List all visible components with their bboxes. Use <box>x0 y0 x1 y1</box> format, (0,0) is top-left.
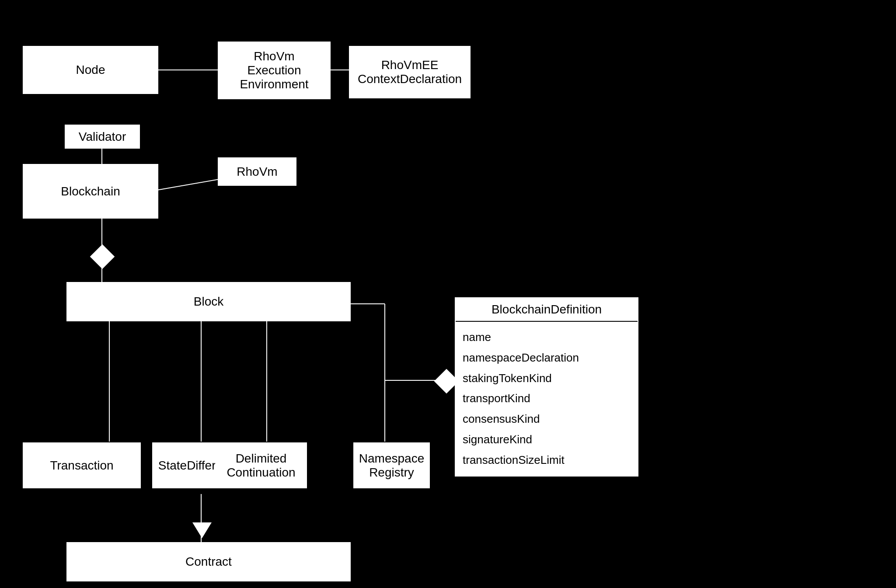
rhovm-ee-label: RhoVm Execution Environment <box>240 49 308 91</box>
transaction-box: Transaction <box>23 442 141 488</box>
field-transport-kind: transportKind <box>463 388 631 409</box>
namespace-registry-label: Namespace Registry <box>359 452 424 480</box>
field-transaction-size-limit: transactionSizeLimit <box>463 450 631 470</box>
validator-box: Validator <box>65 125 140 149</box>
field-namespace-declaration: namespaceDeclaration <box>463 348 631 368</box>
rhovm-box: RhoVm <box>218 157 296 186</box>
field-signature-kind: signatureKind <box>463 429 631 450</box>
blockchain-label: Blockchain <box>61 184 120 198</box>
delimited-continuation-box: Delimited Continuation <box>215 442 307 488</box>
block-label: Block <box>194 295 223 309</box>
block-box: Block <box>66 282 351 321</box>
field-consensus-kind: consensusKind <box>463 409 631 429</box>
contract-box: Contract <box>66 542 351 581</box>
validator-label: Validator <box>79 130 126 144</box>
transaction-label: Transaction <box>50 459 113 473</box>
blockchain-box: Blockchain <box>23 164 158 219</box>
node-label: Node <box>76 63 105 77</box>
blockchain-definition-box: BlockchainDefinition name namespaceDecla… <box>455 297 638 477</box>
diamond-blockchain-block <box>90 244 115 269</box>
field-name: name <box>463 327 631 348</box>
contract-label: Contract <box>185 555 232 569</box>
rhovm-label: RhoVm <box>237 165 277 179</box>
rhovm-ee-box: RhoVm Execution Environment <box>218 42 331 99</box>
delimited-continuation-label: Delimited Continuation <box>227 452 295 480</box>
blockchain-definition-header: BlockchainDefinition <box>456 298 638 322</box>
field-staking-token-kind: stakingTokenKind <box>463 368 631 389</box>
node-box: Node <box>23 46 158 94</box>
rhovmee-context-box: RhoVmEE ContextDeclaration <box>349 46 471 98</box>
namespace-registry-box: Namespace Registry <box>353 442 430 488</box>
blockchain-definition-fields: name namespaceDeclaration stakingTokenKi… <box>456 322 638 476</box>
triangle-contract <box>192 522 212 538</box>
rhovmee-context-label: RhoVmEE ContextDeclaration <box>358 58 462 86</box>
